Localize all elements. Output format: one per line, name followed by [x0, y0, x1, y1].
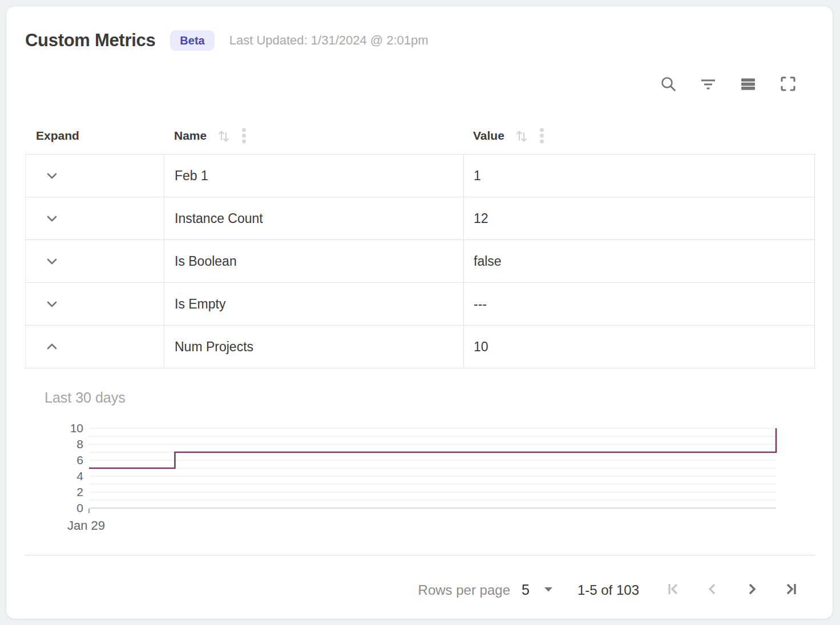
- expand-row-button[interactable]: [43, 210, 60, 227]
- table-row: Feb 1 1: [26, 154, 814, 197]
- next-page-button[interactable]: [743, 582, 760, 599]
- rows-per-page-select[interactable]: 5: [522, 582, 554, 598]
- previous-page-button[interactable]: [704, 582, 721, 599]
- filter-icon: [699, 75, 717, 95]
- fullscreen-icon: [779, 75, 797, 95]
- svg-text:8: 8: [76, 437, 83, 451]
- last-updated-text: Last Updated: 1/31/2024 @ 2:01pm: [229, 33, 429, 48]
- page-title: Custom Metrics: [25, 30, 155, 51]
- pagination-controls: [665, 582, 799, 599]
- expand-row-button[interactable]: [43, 167, 60, 184]
- first-page-button[interactable]: [665, 582, 682, 599]
- column-menu-icon[interactable]: [241, 127, 247, 144]
- rows-per-page-value: 5: [522, 582, 530, 598]
- column-header-value[interactable]: Value: [463, 127, 815, 144]
- table-row: Is Boolean false: [26, 240, 814, 282]
- cell-name: Feb 1: [164, 155, 463, 197]
- expand-row-button[interactable]: [43, 295, 60, 312]
- next-page-icon: [743, 581, 760, 599]
- column-header-name[interactable]: Name: [164, 127, 463, 144]
- table-row: Is Empty ---: [26, 282, 814, 325]
- table-footer: Rows per page 5 1-5 of 103: [25, 555, 815, 619]
- cell-name: Is Boolean: [164, 240, 463, 282]
- svg-text:0: 0: [76, 501, 83, 514]
- fullscreen-button[interactable]: [779, 75, 797, 94]
- previous-page-icon: [704, 581, 721, 599]
- density-icon: [739, 75, 757, 95]
- last-page-icon: [782, 581, 799, 599]
- first-page-icon: [665, 581, 682, 599]
- svg-text:6: 6: [76, 453, 83, 466]
- filter-button[interactable]: [699, 75, 717, 94]
- metric-history-chart: 0246810Jan 29: [25, 422, 784, 539]
- cell-name: Instance Count: [164, 197, 463, 240]
- header: Custom Metrics Beta Last Updated: 1/31/2…: [25, 27, 429, 54]
- table-row: Num Projects 10: [26, 325, 814, 368]
- table-row: Instance Count 12: [26, 197, 814, 240]
- svg-text:2: 2: [76, 485, 83, 498]
- sort-icon[interactable]: [513, 127, 530, 144]
- chevron-down-icon: [543, 586, 554, 594]
- collapse-row-button[interactable]: [43, 338, 60, 355]
- table-header-row: Expand Name: [25, 117, 815, 154]
- last-page-button[interactable]: [782, 582, 799, 599]
- search-icon: [659, 75, 677, 95]
- density-button[interactable]: [739, 75, 757, 94]
- table-toolbar: [659, 75, 797, 94]
- beta-badge: Beta: [170, 30, 214, 51]
- svg-text:4: 4: [76, 469, 83, 482]
- svg-text:Jan 29: Jan 29: [67, 518, 105, 533]
- svg-text:10: 10: [70, 422, 83, 435]
- custom-metrics-card: Custom Metrics Beta Last Updated: 1/31/2…: [6, 6, 833, 619]
- column-menu-icon[interactable]: [539, 127, 544, 144]
- chart-title: Last 30 days: [45, 389, 126, 406]
- table-body: Feb 1 1 Instance Count 12 Is Boole: [25, 154, 815, 368]
- rows-per-page-label: Rows per page: [418, 582, 510, 598]
- cell-value: false: [463, 240, 814, 282]
- cell-value: 1: [463, 155, 814, 197]
- pagination-range-label: 1-5 of 103: [578, 582, 639, 598]
- metrics-table: Expand Name: [25, 117, 815, 368]
- cell-value: ---: [463, 283, 814, 325]
- expand-row-button[interactable]: [43, 253, 60, 270]
- search-button[interactable]: [659, 75, 677, 94]
- cell-name: Is Empty: [164, 283, 463, 325]
- cell-value: 10: [463, 326, 814, 368]
- cell-name: Num Projects: [164, 326, 463, 368]
- column-header-expand: Expand: [25, 129, 164, 143]
- sort-icon[interactable]: [215, 127, 232, 144]
- cell-value: 12: [463, 197, 814, 240]
